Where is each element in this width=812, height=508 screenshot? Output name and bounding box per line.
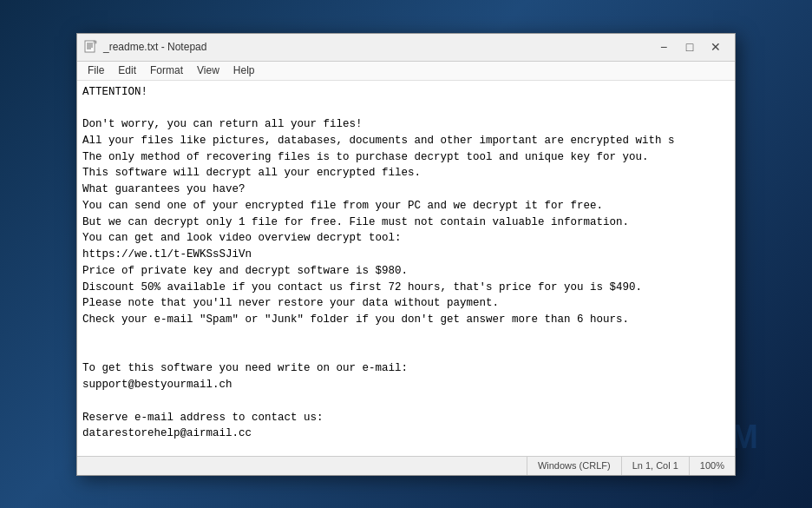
status-position: Ln 1, Col 1 — [621, 457, 689, 475]
notepad-window: _readme.txt - Notepad − □ ✕ File Edit Fo… — [76, 33, 736, 476]
title-bar: _readme.txt - Notepad − □ ✕ — [77, 34, 735, 62]
window-title: _readme.txt - Notepad — [103, 41, 652, 53]
menu-view[interactable]: View — [190, 63, 226, 78]
status-line-ending: Windows (CRLF) — [527, 457, 621, 475]
menu-format[interactable]: Format — [143, 63, 190, 78]
menu-help[interactable]: Help — [226, 63, 262, 78]
close-button[interactable]: ✕ — [704, 38, 728, 56]
window-controls: − □ ✕ — [652, 38, 728, 56]
status-zoom: 100% — [689, 457, 735, 475]
notepad-textarea[interactable] — [77, 81, 735, 456]
maximize-button[interactable]: □ — [678, 38, 702, 56]
minimize-button[interactable]: − — [652, 38, 676, 56]
status-bar: Windows (CRLF) Ln 1, Col 1 100% — [77, 456, 735, 475]
menu-bar: File Edit Format View Help — [77, 62, 735, 81]
menu-edit[interactable]: Edit — [111, 63, 143, 78]
menu-file[interactable]: File — [81, 63, 111, 78]
text-area-wrapper — [77, 81, 735, 456]
notepad-icon — [84, 40, 98, 54]
